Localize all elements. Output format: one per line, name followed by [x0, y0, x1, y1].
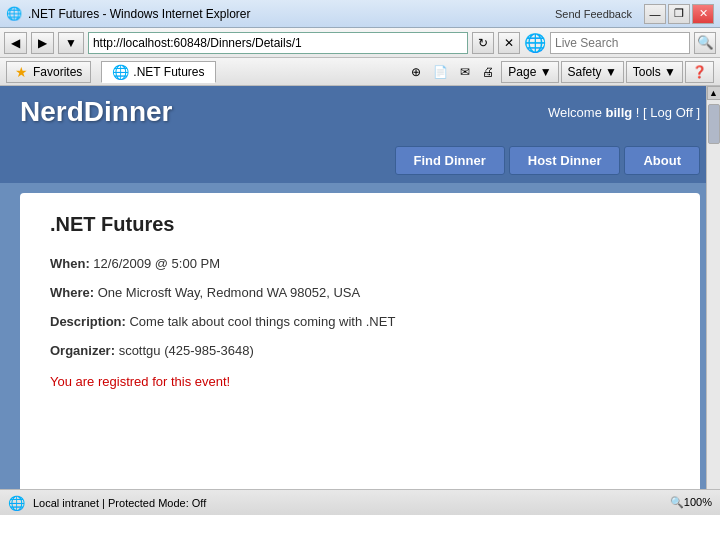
app-title: NerdDinner — [20, 96, 172, 128]
toolbar-icon-4[interactable]: 🖨 — [477, 61, 499, 83]
minimize-button[interactable]: — — [644, 4, 666, 24]
content-area: .NET Futures When: 12/6/2009 @ 5:00 PM W… — [20, 193, 700, 489]
about-button[interactable]: About — [624, 146, 700, 175]
star-icon: ★ — [15, 64, 28, 80]
live-search-input[interactable] — [550, 32, 690, 54]
ie-logo-icon: 🌐 — [524, 32, 546, 54]
welcome-section: Welcome billg ! [ Log Off ] — [548, 105, 700, 120]
username: billg — [606, 105, 633, 120]
where-label: Where: — [50, 285, 94, 300]
tab-label: .NET Futures — [133, 65, 204, 79]
dropdown-button[interactable]: ▼ — [58, 32, 84, 54]
address-input[interactable] — [88, 32, 468, 54]
search-button[interactable]: 🔍 — [694, 32, 716, 54]
zoom-level[interactable]: 🔍100% — [670, 496, 712, 509]
app-header: NerdDinner Welcome billg ! [ Log Off ] — [0, 86, 720, 138]
page-button[interactable]: Page ▼ — [501, 61, 558, 83]
help-button[interactable]: ❓ — [685, 61, 714, 83]
tab-icon: 🌐 — [112, 64, 129, 80]
scrollbar-vertical[interactable]: ▲ — [706, 86, 720, 489]
address-bar: ◀ ▶ ▼ ↻ ✕ 🌐 🔍 — [0, 28, 720, 58]
organizer-value: scottgu (425-985-3648) — [119, 343, 254, 358]
description-label: Description: — [50, 314, 126, 329]
status-zone: Local intranet | Protected Mode: Off — [33, 497, 206, 509]
globe-icon: 🌐 — [8, 495, 25, 511]
toolbar-right: ⊕ 📄 ✉ 🖨 Page ▼ Safety ▼ Tools ▼ ❓ — [406, 61, 714, 83]
send-feedback[interactable]: Send Feedback — [555, 8, 632, 20]
where-row: Where: One Microsft Way, Redmond WA 9805… — [50, 285, 670, 300]
dinner-title: .NET Futures — [50, 213, 670, 236]
description-value: Come talk about cool things coming with … — [129, 314, 395, 329]
organizer-label: Organizer: — [50, 343, 115, 358]
scroll-up-arrow[interactable]: ▲ — [707, 86, 721, 100]
status-bar: 🌐 Local intranet | Protected Mode: Off 🔍… — [0, 489, 720, 515]
window-title: .NET Futures - Windows Internet Explorer — [28, 7, 555, 21]
back-button[interactable]: ◀ — [4, 32, 27, 54]
scroll-thumb[interactable] — [708, 104, 720, 144]
stop-button[interactable]: ✕ — [498, 32, 520, 54]
toolbar: ★ Favorites 🌐 .NET Futures ⊕ 📄 ✉ 🖨 Page … — [0, 58, 720, 86]
forward-button[interactable]: ▶ — [31, 32, 54, 54]
when-label: When: — [50, 256, 90, 271]
tab-section: 🌐 .NET Futures — [101, 61, 215, 83]
log-off-link[interactable]: Log Off — [650, 105, 692, 120]
tools-button[interactable]: Tools ▼ — [626, 61, 683, 83]
log-off-suffix: ] — [696, 105, 700, 120]
nav-bar: Find Dinner Host Dinner About — [0, 138, 720, 183]
favorites-button[interactable]: ★ Favorites — [6, 61, 91, 83]
restore-button[interactable]: ❐ — [668, 4, 690, 24]
toolbar-icon-1[interactable]: ⊕ — [406, 61, 426, 83]
window-controls: — ❐ ✕ — [644, 4, 714, 24]
browser-content: NerdDinner Welcome billg ! [ Log Off ] F… — [0, 86, 720, 489]
description-row: Description: Come talk about cool things… — [50, 314, 670, 329]
tab-net-futures[interactable]: 🌐 .NET Futures — [101, 61, 215, 83]
refresh-button[interactable]: ↻ — [472, 32, 494, 54]
toolbar-icon-3[interactable]: ✉ — [455, 61, 475, 83]
favorites-label: Favorites — [33, 65, 82, 79]
when-row: When: 12/6/2009 @ 5:00 PM — [50, 256, 670, 271]
registered-text: You are registred for this event! — [50, 374, 670, 389]
where-value: One Microsft Way, Redmond WA 98052, USA — [98, 285, 361, 300]
safety-button[interactable]: Safety ▼ — [561, 61, 624, 83]
host-dinner-button[interactable]: Host Dinner — [509, 146, 621, 175]
search-section: 🌐 🔍 — [524, 32, 716, 54]
toolbar-icon-2[interactable]: 📄 — [428, 61, 453, 83]
title-bar: 🌐 .NET Futures - Windows Internet Explor… — [0, 0, 720, 28]
find-dinner-button[interactable]: Find Dinner — [395, 146, 505, 175]
organizer-row: Organizer: scottgu (425-985-3648) — [50, 343, 670, 358]
close-button[interactable]: ✕ — [692, 4, 714, 24]
when-value: 12/6/2009 @ 5:00 PM — [93, 256, 220, 271]
welcome-label: Welcome — [548, 105, 602, 120]
ie-icon: 🌐 — [6, 6, 22, 22]
